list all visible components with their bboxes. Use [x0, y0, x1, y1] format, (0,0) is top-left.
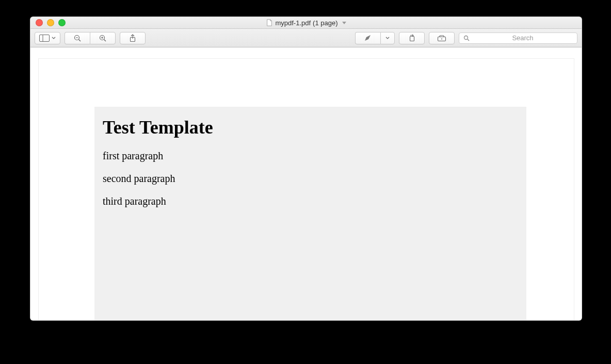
- svg-point-13: [441, 38, 442, 39]
- window-controls: [36, 19, 66, 26]
- zoom-window-button[interactable]: [58, 19, 66, 26]
- svg-line-3: [79, 39, 81, 41]
- search-field[interactable]: [459, 32, 577, 44]
- document-paragraph: first paragraph: [103, 150, 518, 162]
- markup-button[interactable]: [429, 32, 455, 44]
- window-title[interactable]: mypdf-1.pdf (1 page): [30, 19, 582, 27]
- svg-point-14: [464, 36, 468, 39]
- highlight-group: [355, 32, 395, 44]
- document-icon: [266, 19, 273, 26]
- minimize-window-button[interactable]: [47, 19, 54, 26]
- toolbar: [30, 29, 582, 47]
- search-icon: [463, 35, 470, 41]
- window-title-filename: mypdf-1.pdf: [275, 19, 311, 27]
- chevron-down-icon: [385, 35, 390, 42]
- rotate-icon: [408, 34, 416, 42]
- zoom-group: [65, 32, 116, 44]
- svg-rect-0: [40, 35, 50, 41]
- zoom-in-icon: [99, 34, 107, 42]
- chevron-down-icon: [52, 35, 56, 42]
- document-paragraph: second paragraph: [103, 172, 518, 185]
- chevron-down-icon: [342, 22, 346, 24]
- rendered-content: Test Template first paragraph second par…: [94, 107, 526, 320]
- zoom-out-button[interactable]: [65, 32, 90, 44]
- sidebar-toggle-group: [35, 32, 60, 44]
- zoom-out-icon: [73, 34, 82, 42]
- sidebar-toggle-button[interactable]: [35, 32, 60, 44]
- document-heading: Test Template: [103, 117, 518, 138]
- share-icon: [129, 34, 136, 42]
- highlight-button[interactable]: [355, 32, 380, 44]
- pdf-page: Test Template first paragraph second par…: [39, 59, 574, 320]
- svg-line-6: [104, 39, 106, 41]
- zoom-in-button[interactable]: [90, 32, 116, 44]
- share-button[interactable]: [120, 32, 146, 44]
- rotate-button[interactable]: [399, 32, 425, 44]
- search-input[interactable]: [473, 34, 573, 42]
- markup-toolbox-icon: [437, 35, 446, 42]
- window-title-pagecount: (1 page): [313, 19, 337, 27]
- svg-line-15: [468, 39, 469, 41]
- preview-window: mypdf-1.pdf (1 page): [30, 16, 582, 321]
- highlight-icon: [364, 35, 372, 42]
- document-paragraph: third paragraph: [103, 195, 518, 207]
- highlight-menu-button[interactable]: [380, 32, 395, 44]
- close-window-button[interactable]: [36, 19, 43, 26]
- titlebar[interactable]: mypdf-1.pdf (1 page): [30, 17, 582, 29]
- document-viewport[interactable]: Test Template first paragraph second par…: [30, 47, 582, 320]
- svg-rect-11: [410, 36, 414, 41]
- sidebar-icon: [39, 35, 50, 42]
